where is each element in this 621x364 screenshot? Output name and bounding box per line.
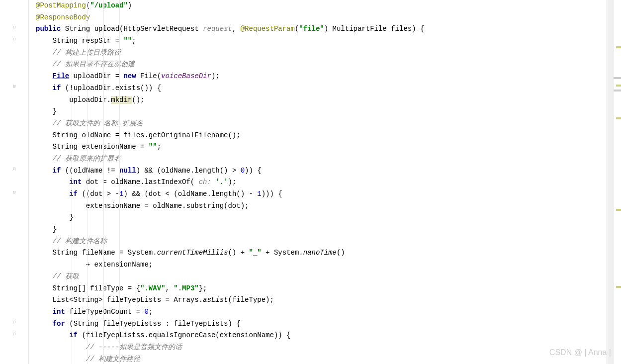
code-line[interactable]: File uploadDir = new File(voiceBaseDir);: [36, 71, 609, 83]
minimap-mark: [616, 85, 621, 87]
code-line[interactable]: int dot = oldName.lastIndexOf( ch: '.');: [36, 177, 609, 188]
code-line[interactable]: for (String fileTyepListss : fileTyepLis…: [36, 318, 609, 330]
code-line[interactable]: // 构建文件名称: [36, 236, 609, 248]
code-line[interactable]: }: [36, 212, 609, 224]
editor-container: ⊟⊟⊟⊟⊟⊟⊟ @PostMapping("/upload")@Response…: [0, 0, 621, 364]
code-line[interactable]: extensionName = oldName.substring(dot);: [36, 200, 609, 212]
code-line[interactable]: }: [36, 106, 609, 118]
fold-toggle-icon[interactable]: ⊟: [13, 36, 18, 41]
code-line[interactable]: // 获取原来的扩展名: [36, 153, 609, 165]
code-line[interactable]: public String upload(HttpServletRequest …: [36, 23, 609, 35]
code-line[interactable]: String[] fileType = {".WAV", ".MP3"};: [36, 283, 609, 295]
fold-toggle-icon[interactable]: ⊟: [13, 189, 18, 194]
code-line[interactable]: @ResponseBody: [36, 12, 609, 24]
code-line[interactable]: if (fileTyepListss.equalsIgnoreCase(exte…: [36, 330, 609, 342]
fold-toggle-icon[interactable]: ⊟: [13, 166, 18, 171]
fold-toggle-icon[interactable]: ⊟: [13, 24, 18, 29]
minimap-mark: [616, 209, 621, 211]
code-line[interactable]: uploadDir.mkdir();: [36, 94, 609, 106]
code-line[interactable]: int fileTypeOnCount = 0;: [36, 306, 609, 318]
minimap-mark: [616, 46, 621, 48]
code-line[interactable]: String fileName = System.currentTimeMill…: [36, 247, 609, 259]
code-line[interactable]: if ((oldName != null) && (oldName.length…: [36, 165, 609, 177]
watermark-text: CSDN @ | Anna |: [549, 346, 611, 359]
minimap-overview[interactable]: [614, 0, 621, 364]
minimap-mark: [614, 90, 621, 91]
minimap-mark: [614, 77, 621, 79]
code-line[interactable]: String respStr = "";: [36, 35, 609, 47]
fold-toggle-icon[interactable]: ⊟: [13, 83, 18, 89]
fold-toggle-icon[interactable]: ⊟: [13, 331, 18, 336]
code-line[interactable]: if (!uploadDir.exists()) {: [36, 83, 609, 94]
code-line[interactable]: // -----如果是音频文件的话: [36, 342, 609, 354]
code-area[interactable]: @PostMapping("/upload")@ResponseBodypubl…: [29, 0, 614, 364]
code-line[interactable]: List<String> fileTyepLists = Arrays.asLi…: [36, 294, 609, 306]
code-line[interactable]: // 获取: [36, 271, 609, 283]
code-line[interactable]: String oldName = files.getOriginalFilena…: [36, 130, 609, 142]
fold-toggle-icon[interactable]: ⊟: [13, 319, 18, 324]
code-line[interactable]: @PostMapping("/upload"): [36, 0, 609, 12]
code-line[interactable]: if ((dot > -1) && (dot < (oldName.length…: [36, 188, 609, 200]
code-line[interactable]: // 构建文件路径: [36, 354, 609, 364]
code-line[interactable]: // 如果目录不存在就创建: [36, 59, 609, 71]
minimap-mark: [616, 117, 621, 119]
code-line[interactable]: // 获取文件的 名称.扩展名: [36, 118, 609, 130]
vertical-scrollbar[interactable]: [607, 0, 614, 364]
minimap-mark: [616, 286, 621, 288]
code-line[interactable]: + extensionName;: [36, 259, 609, 271]
code-line[interactable]: }: [36, 224, 609, 236]
code-line[interactable]: String extensionName = "";: [36, 141, 609, 153]
gutter[interactable]: ⊟⊟⊟⊟⊟⊟⊟: [0, 0, 29, 364]
code-line[interactable]: // 构建上传目录路径: [36, 47, 609, 59]
